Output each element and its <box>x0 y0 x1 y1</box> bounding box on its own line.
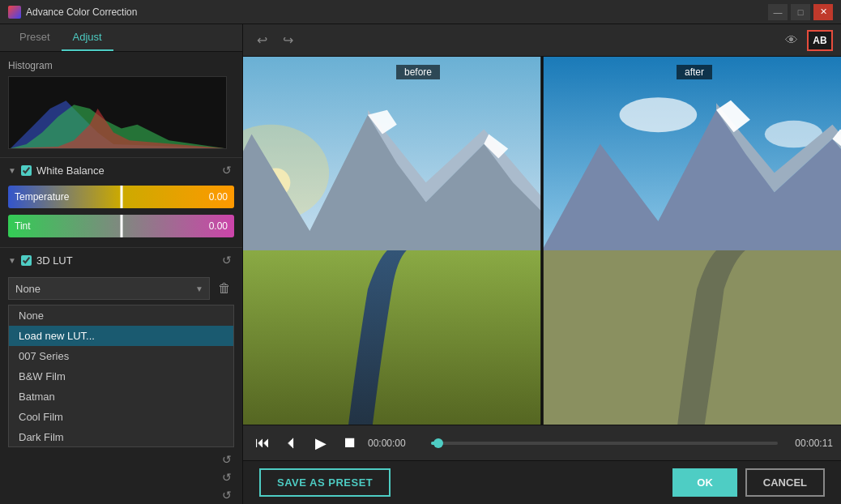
undo-button[interactable]: ↩ <box>251 30 272 51</box>
lut-delete-button[interactable]: 🗑 <box>215 279 234 298</box>
tab-preset[interactable]: Preset <box>8 24 62 51</box>
tint-value: 0.00 <box>209 220 228 232</box>
preview-toolbar: ↩ ↪ 👁 AB <box>243 24 841 57</box>
lut-item-007[interactable]: 007 Series <box>9 346 233 366</box>
lut-checkbox[interactable] <box>21 255 32 266</box>
step-back-button[interactable]: ⏴ <box>280 432 303 455</box>
redo-button[interactable]: ↪ <box>277 30 298 51</box>
param-row-2: ↺ <box>0 468 242 486</box>
lut-select[interactable]: None Load new LUT... 007 Series B&W Film… <box>8 277 210 300</box>
lut-dropdown-list: None Load new LUT... 007 Series B&W Film… <box>8 305 234 447</box>
left-panel: Preset Adjust Histogram ▼ White Balance <box>0 24 243 504</box>
progress-track[interactable] <box>431 442 778 445</box>
white-balance-checkbox[interactable] <box>21 165 32 176</box>
eye-button[interactable]: 👁 <box>781 30 802 51</box>
rewind-button[interactable]: ⏮ <box>251 432 274 455</box>
maximize-button[interactable]: □ <box>791 4 810 20</box>
histogram-label: Histogram <box>8 60 234 71</box>
white-balance-reset-button[interactable]: ↺ <box>220 163 234 177</box>
temperature-label: Temperature <box>15 191 69 203</box>
white-balance-chevron[interactable]: ▼ <box>8 166 16 175</box>
before-label: before <box>396 65 440 79</box>
minimize-button[interactable]: — <box>768 4 788 20</box>
lut-item-bw[interactable]: B&W Film <box>9 366 233 387</box>
play-button[interactable]: ▶ <box>310 432 332 455</box>
white-balance-section-header: ▼ White Balance ↺ <box>0 157 242 182</box>
lut-item-none[interactable]: None <box>9 305 233 326</box>
lut-item-batman[interactable]: Batman <box>9 387 233 407</box>
param-reset-1[interactable]: ↺ <box>220 452 234 467</box>
tint-handle[interactable] <box>120 215 122 237</box>
lut-item-darkfilm[interactable]: Dark Film <box>9 427 233 447</box>
lut-item-coolfilm[interactable]: Cool Film <box>9 407 233 427</box>
progress-dot[interactable] <box>433 438 443 448</box>
temperature-row: Temperature 0.00 <box>0 182 242 211</box>
lut-section-header: ▼ 3D LUT ↺ <box>0 247 242 272</box>
current-time: 00:00:00 <box>368 438 425 449</box>
app-icon <box>8 6 21 19</box>
end-time: 00:00:11 <box>784 438 833 449</box>
lut-select-wrapper: None Load new LUT... 007 Series B&W Film… <box>8 277 210 300</box>
white-balance-label: White Balance <box>36 164 215 177</box>
stop-button[interactable]: ⏹ <box>339 432 361 455</box>
histogram-canvas <box>8 76 227 149</box>
ok-button[interactable]: OK <box>672 468 737 497</box>
param-row-3: ↺ <box>0 486 242 504</box>
temperature-slider[interactable]: Temperature 0.00 <box>8 186 234 208</box>
tint-row: Tint 0.00 <box>0 211 242 241</box>
histogram-section: Histogram <box>0 52 242 157</box>
tint-slider[interactable]: Tint 0.00 <box>8 215 234 237</box>
preview-area: before after <box>243 57 841 425</box>
cancel-button[interactable]: CANCEL <box>745 468 825 497</box>
ab-compare-button[interactable]: AB <box>807 30 833 51</box>
lut-item-load[interactable]: Load new LUT... <box>9 326 233 346</box>
temperature-handle[interactable] <box>120 186 122 208</box>
lut-dropdown-row: None Load new LUT... 007 Series B&W Film… <box>0 272 242 305</box>
window-title: Advance Color Correction <box>26 6 137 18</box>
close-button[interactable]: ✕ <box>813 4 833 20</box>
save-preset-button[interactable]: SAVE AS PRESET <box>259 468 391 497</box>
param-reset-3[interactable]: ↺ <box>220 488 234 502</box>
svg-point-11 <box>620 97 698 132</box>
tabs: Preset Adjust <box>0 24 242 52</box>
lut-reset-button[interactable]: ↺ <box>220 253 234 267</box>
right-panel: ↩ ↪ 👁 AB before after <box>243 24 841 504</box>
param-row-1: ↺ <box>0 451 242 468</box>
temperature-value: 0.00 <box>209 191 228 203</box>
after-label: after <box>677 65 712 79</box>
lut-label: 3D LUT <box>36 254 215 267</box>
param-reset-2[interactable]: ↺ <box>220 470 234 485</box>
playback-bar: ⏮ ⏴ ▶ ⏹ 00:00:00 00:00:11 <box>243 425 841 460</box>
tab-adjust[interactable]: Adjust <box>62 24 113 51</box>
title-bar: Advance Color Correction — □ ✕ <box>0 0 841 24</box>
action-bar: SAVE AS PRESET OK CANCEL <box>243 460 841 504</box>
lut-chevron[interactable]: ▼ <box>8 256 16 265</box>
tint-label: Tint <box>15 220 31 232</box>
